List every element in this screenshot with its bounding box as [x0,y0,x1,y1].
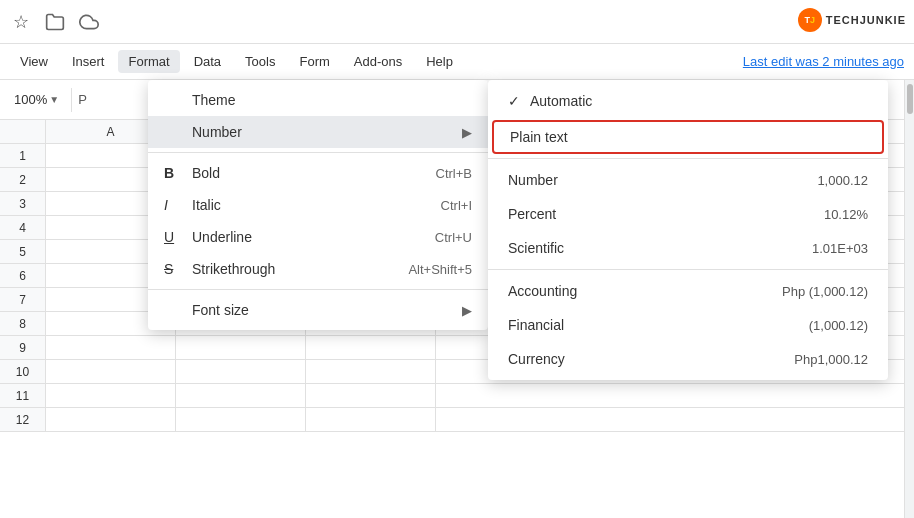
number-item-scientific[interactable]: Scientific 1.01E+03 [488,231,888,265]
row-num: 9 [0,336,46,359]
menu-view[interactable]: View [10,50,58,73]
format-menu-item-italic[interactable]: I Italic Ctrl+I [148,189,488,221]
format-strikethrough-label: Strikethrough [192,261,408,277]
toolbar-divider [71,88,72,112]
row-num: 6 [0,264,46,287]
underline-shortcut: Ctrl+U [435,230,472,245]
cell-a9[interactable] [46,336,176,359]
italic-icon: I [164,197,182,213]
cell-c9[interactable] [306,336,436,359]
num-currency-value: Php1,000.12 [794,352,868,367]
num-number-label: Number [508,172,817,188]
zoom-arrow: ▼ [49,94,59,105]
num-financial-value: (1,000.12) [809,318,868,333]
num-currency-label: Currency [508,351,794,367]
submenu-arrow-fontsize: ▶ [462,303,472,318]
cell-a12[interactable] [46,408,176,431]
number-item-number[interactable]: Number 1,000.12 [488,163,888,197]
number-submenu: Automatic Plain text Number 1,000.12 Per… [488,80,888,380]
menu-tools[interactable]: Tools [235,50,285,73]
bold-shortcut: Ctrl+B [436,166,472,181]
format-underline-label: Underline [192,229,435,245]
num-scientific-label: Scientific [508,240,812,256]
row-num: 8 [0,312,46,335]
row-num: 11 [0,384,46,407]
logo-circle: TJ [798,8,822,32]
row-num: 12 [0,408,46,431]
italic-shortcut: Ctrl+I [441,198,472,213]
format-bold-label: Bold [192,165,436,181]
cell-a10[interactable] [46,360,176,383]
cell-b10[interactable] [176,360,306,383]
scrollbar-right[interactable] [904,80,914,518]
cell-a11[interactable] [46,384,176,407]
menu-separator-2 [148,289,488,290]
cloud-icon[interactable] [78,11,100,33]
row-num: 5 [0,240,46,263]
number-item-accounting[interactable]: Accounting Php (1,000.12) [488,274,888,308]
format-italic-label: Italic [192,197,441,213]
folder-icon[interactable] [44,11,66,33]
format-menu: Theme Number ▶ B Bold Ctrl+B I Italic Ct… [148,80,488,330]
menu-format[interactable]: Format [118,50,179,73]
menu-data[interactable]: Data [184,50,231,73]
format-menu-item-fontsize[interactable]: Font size ▶ [148,294,488,326]
number-item-currency[interactable]: Currency Php1,000.12 [488,342,888,376]
format-menu-item-strikethrough[interactable]: S Strikethrough Alt+Shift+5 [148,253,488,285]
bold-icon: B [164,165,182,181]
star-icon[interactable]: ☆ [10,11,32,33]
menu-addons[interactable]: Add-ons [344,50,412,73]
row-num: 7 [0,288,46,311]
format-number-label: Number [192,124,454,140]
format-theme-label: Theme [192,92,472,108]
menu-insert[interactable]: Insert [62,50,115,73]
num-scientific-value: 1.01E+03 [812,241,868,256]
num-number-value: 1,000.12 [817,173,868,188]
cell-b11[interactable] [176,384,306,407]
num-separator-1 [488,158,888,159]
num-percent-value: 10.12% [824,207,868,222]
num-accounting-value: Php (1,000.12) [782,284,868,299]
menu-help[interactable]: Help [416,50,463,73]
logo-text: TECHJUNKIE [826,14,906,26]
submenu-arrow-number: ▶ [462,125,472,140]
row-num: 2 [0,168,46,191]
num-plaintext-label: Plain text [510,129,866,145]
table-row: 12 [0,408,914,432]
row-num: 3 [0,192,46,215]
cell-c10[interactable] [306,360,436,383]
format-menu-item-bold[interactable]: B Bold Ctrl+B [148,157,488,189]
corner-cell [0,120,46,143]
cell-b12[interactable] [176,408,306,431]
menu-form[interactable]: Form [289,50,339,73]
num-accounting-label: Accounting [508,283,782,299]
menu-bar: View Insert Format Data Tools Form Add-o… [0,44,914,80]
number-item-percent[interactable]: Percent 10.12% [488,197,888,231]
logo: TJ TECHJUNKIE [798,8,906,32]
last-edit-label[interactable]: Last edit was 2 minutes ago [743,54,904,69]
num-financial-label: Financial [508,317,809,333]
underline-icon: U [164,229,182,245]
top-bar: ☆ TJ TECHJUNKIE [0,0,914,44]
num-automatic-label: Automatic [530,93,868,109]
format-menu-item-number[interactable]: Number ▶ [148,116,488,148]
strikethrough-shortcut: Alt+Shift+5 [408,262,472,277]
row-num: 1 [0,144,46,167]
num-percent-label: Percent [508,206,824,222]
number-item-plaintext[interactable]: Plain text [492,120,884,154]
format-menu-item-theme[interactable]: Theme [148,84,488,116]
menu-separator-1 [148,152,488,153]
row-num: 4 [0,216,46,239]
cell-c11[interactable] [306,384,436,407]
row-num: 10 [0,360,46,383]
scrollbar-thumb[interactable] [907,84,913,114]
cell-c12[interactable] [306,408,436,431]
number-item-financial[interactable]: Financial (1,000.12) [488,308,888,342]
format-menu-item-underline[interactable]: U Underline Ctrl+U [148,221,488,253]
number-item-automatic[interactable]: Automatic [488,84,888,118]
num-separator-2 [488,269,888,270]
cell-b9[interactable] [176,336,306,359]
zoom-control[interactable]: 100% ▼ [8,90,65,109]
format-fontsize-label: Font size [192,302,454,318]
zoom-value: 100% [14,92,47,107]
